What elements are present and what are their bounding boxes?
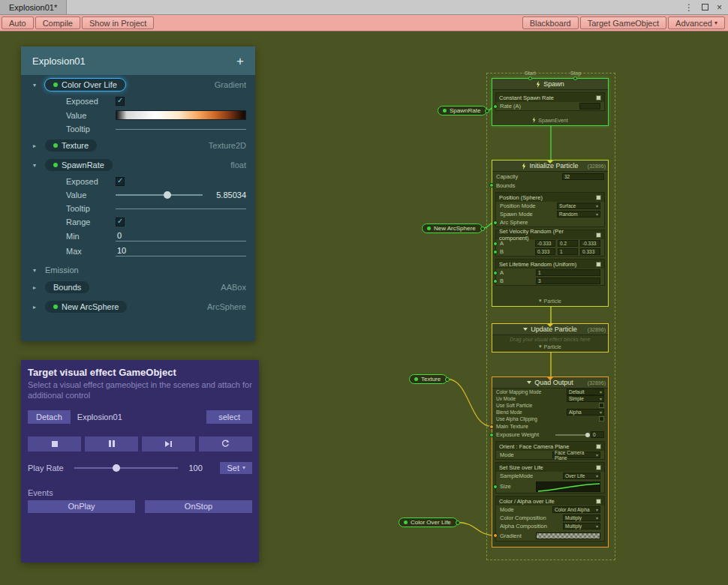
color-mode-dropdown[interactable]: Color And Alpha▾ [552,506,600,513]
node-spawn[interactable]: Start Stop Spawn Constant Spawn Rate Rat… [492,78,609,126]
pill-texture[interactable]: Texture [409,374,447,384]
slider-knob[interactable] [164,191,171,199]
set-velocity-random-block[interactable]: Set Velocity Random (Per component) A -0… [495,230,605,256]
expander-icon[interactable]: ▸ [33,142,45,149]
max-field[interactable]: 10 [116,246,246,256]
block-enabled-checkbox[interactable] [596,95,601,100]
vector-y-field[interactable]: 1 [558,248,578,255]
vector-x-field[interactable]: -0.333 [535,240,555,247]
expander-icon[interactable]: ▾ [33,162,45,169]
port-pill-texture-out[interactable] [445,377,450,382]
set-size-over-life-block[interactable]: Set Size over Life SampleMode Over Life▾… [495,462,605,494]
expander-icon[interactable]: ▾ [33,82,45,88]
exposure-field[interactable]: 0 [591,431,604,438]
min-field[interactable]: 0 [116,231,246,242]
add-parameter-button[interactable]: + [236,55,244,68]
spawn-header[interactable]: Spawn [492,79,608,90]
param-pill-color-over-life[interactable]: Color Over Life [45,79,125,91]
constant-spawn-rate-block[interactable]: Constant Spawn Rate Rate (A) [495,92,605,111]
orient-block[interactable]: Orient : Face Camera Plane Mode Face Cam… [495,441,605,460]
port-quad-flow-in[interactable] [550,377,552,379]
auto-compile-button[interactable]: Auto [2,16,34,29]
port-pill-colorlife-out[interactable] [456,520,460,525]
exposed-checkbox[interactable]: ✓ [116,97,125,106]
node-quad-output[interactable]: Quad Output (32896) Color Mapping Mode D… [492,376,609,548]
gradient-value-field[interactable] [116,110,246,120]
detach-button[interactable]: Detach [28,410,71,424]
tooltip-field[interactable] [116,208,246,209]
size-curve-field[interactable] [536,482,600,492]
soft-particle-checkbox[interactable] [599,403,604,408]
step-button[interactable] [142,436,195,452]
color-alpha-over-life-block[interactable]: Color / Alpha over Life Mode Color And A… [495,496,605,542]
node-initialize-particle[interactable]: Initialize Particle (32896) Capacity 32 … [492,160,609,307]
graph-canvas[interactable]: Start Stop Spawn Constant Spawn Rate Rat… [0,32,728,585]
vector-z-field[interactable]: -0.333 [580,240,600,247]
port-update-flow-in[interactable] [550,324,552,326]
set-rate-dropdown[interactable]: Set ▾ [220,462,252,474]
blend-mode-dropdown[interactable]: Alpha▾ [567,409,604,416]
slider-knob[interactable] [585,433,590,437]
param-pill-spawnrate[interactable]: SpawnRate [45,159,113,171]
gradient-preview-field[interactable] [536,532,600,539]
block-enabled-checkbox[interactable] [596,465,601,470]
lifetime-b-field[interactable]: 3 [536,278,600,284]
uv-mode-dropdown[interactable]: Simple▾ [567,395,604,402]
vector-z-field[interactable]: 0.333 [580,248,600,255]
port-spawn-start-in[interactable] [528,76,532,80]
port-init-bounds-in[interactable] [489,183,494,188]
lifetime-a-field[interactable]: 1 [536,269,600,276]
category-emission[interactable]: ▾ Emission [21,259,255,278]
node-update-particle[interactable]: Update Particle (32896) Drag your visual… [492,323,609,352]
param-pill-texture[interactable]: Texture [45,140,97,152]
port-update-flow-out[interactable] [550,350,552,352]
block-enabled-checkbox[interactable] [596,195,601,200]
onplay-button[interactable]: OnPlay [28,500,135,513]
select-button[interactable]: select [206,410,252,424]
tab-explosion01[interactable]: Explosion01* [0,0,67,14]
target-gameobject-toggle-button[interactable]: Target GameObject [580,16,666,29]
port-spawn-flow-out[interactable] [550,124,552,125]
value-slider[interactable] [116,194,203,196]
port-init-arcsphere-in[interactable] [493,220,498,225]
port-init-flow-in[interactable] [550,160,552,162]
port-quad-texture-in[interactable] [489,424,494,429]
port-init-flow-out[interactable] [550,304,552,306]
block-enabled-checkbox[interactable] [596,262,601,267]
block-enabled-checkbox[interactable] [596,499,601,504]
set-lifetime-random-block[interactable]: Set Lifetime Random (Uniform) A 1 B 3 [495,259,605,286]
port-pill-arcsphere-out[interactable] [480,226,485,231]
port-lifetime-b-in[interactable] [493,279,498,284]
value-field[interactable]: 5.85034 [209,190,246,200]
exposed-checkbox[interactable]: ✓ [116,177,125,186]
expander-icon[interactable]: ▸ [33,304,45,310]
color-composition-dropdown[interactable]: Multiply▾ [563,514,600,521]
port-spawn-rate-in[interactable] [493,104,498,109]
pill-spawnrate[interactable]: SpawnRate [438,106,487,116]
position-mode-dropdown[interactable]: Surface▾ [557,202,600,209]
alpha-clipping-checkbox[interactable] [599,416,604,422]
port-lifetime-a-in[interactable] [493,271,498,275]
port-exposure-weight-in[interactable] [489,433,494,437]
vector-y-field[interactable]: 0.2 [558,240,578,247]
orient-mode-dropdown[interactable]: Face Camera Plane▾ [552,452,600,458]
port-size-in[interactable] [493,484,498,489]
play-rate-slider[interactable] [74,467,178,469]
pill-color-over-life[interactable]: Color Over Life [399,518,458,527]
compile-button[interactable]: Compile [35,16,80,29]
color-mapping-dropdown[interactable]: Default▾ [567,388,604,395]
pause-button[interactable] [85,436,138,452]
window-maximize-icon[interactable] [702,4,708,10]
onstop-button[interactable]: OnStop [145,500,252,513]
blackboard-header[interactable]: Explosion01 + [21,46,255,75]
advanced-dropdown[interactable]: Advanced ▾ [668,16,725,29]
tooltip-field[interactable] [116,128,246,130]
block-enabled-checkbox[interactable] [596,232,601,238]
expander-icon[interactable]: ▸ [33,284,45,291]
port-quad-gradient-in[interactable] [493,533,498,538]
vector-x-field[interactable]: 0.333 [535,248,555,255]
alpha-composition-dropdown[interactable]: Multiply▾ [563,523,600,530]
window-close-icon[interactable]: × [717,2,722,13]
sample-mode-dropdown[interactable]: Over Life▾ [563,472,600,479]
slider-knob[interactable] [113,464,120,472]
